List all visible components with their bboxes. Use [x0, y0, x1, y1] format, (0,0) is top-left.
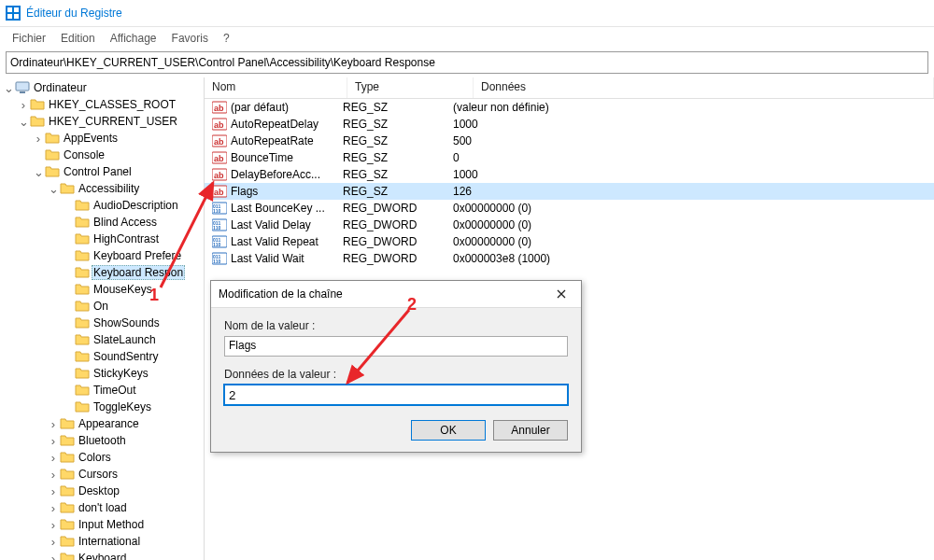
tree-item-label: Keyboard Prefere — [92, 249, 183, 262]
tree-item-label: TimeOut — [92, 384, 138, 397]
col-data[interactable]: Données — [474, 77, 934, 98]
value-row[interactable]: AutoRepeatRate REG_SZ 500 — [205, 133, 934, 149]
tree-acc-child[interactable]: On — [0, 298, 204, 315]
value-data: 500 — [453, 134, 934, 147]
chevron-right-icon[interactable]: › — [47, 418, 60, 430]
chevron-right-icon[interactable]: › — [47, 502, 60, 514]
tree-cp-child[interactable]: ›Desktop — [0, 483, 204, 499]
address-bar[interactable]: Ordinateur\HKEY_CURRENT_USER\Control Pan… — [6, 51, 928, 74]
tree-acc-child[interactable]: TimeOut — [0, 382, 204, 399]
close-icon[interactable] — [549, 285, 573, 303]
menu-fav[interactable]: Favoris — [165, 30, 215, 47]
value-row[interactable]: Flags REG_SZ 126 — [205, 183, 934, 200]
chevron-down-icon[interactable]: ⌄ — [17, 116, 30, 128]
menu-view[interactable]: Affichage — [104, 30, 163, 47]
chevron-right-icon[interactable]: › — [17, 99, 30, 111]
tree-cp-child[interactable]: ›Keyboard — [0, 550, 204, 560]
value-row[interactable]: BounceTime REG_SZ 0 — [205, 149, 934, 166]
tree-acc-child[interactable]: MouseKeys — [0, 281, 204, 298]
tree-acc-child[interactable]: Keyboard Respon — [0, 264, 204, 281]
tree-accessibility[interactable]: ⌄Accessibility — [0, 180, 204, 197]
value-row[interactable]: DelayBeforeAcc... REG_SZ 1000 — [205, 166, 934, 183]
chevron-right-icon[interactable]: › — [47, 485, 60, 497]
tree-cp-child[interactable]: ›Input Method — [0, 516, 204, 533]
chevron-right-icon[interactable]: › — [47, 519, 60, 531]
menu-help[interactable]: ? — [217, 30, 236, 47]
tree-item-label: AudioDescription — [92, 199, 180, 212]
tree-controlpanel[interactable]: ⌄Control Panel — [0, 163, 204, 180]
folder-icon — [75, 349, 90, 364]
folder-icon — [45, 147, 60, 162]
tree-acc-child[interactable]: SoundSentry — [0, 348, 204, 365]
tree-root[interactable]: ⌄Ordinateur — [0, 79, 204, 96]
value-name: Last Valid Repeat — [231, 235, 343, 248]
value-data-input[interactable] — [224, 385, 568, 405]
chevron-right-icon[interactable]: › — [47, 452, 60, 464]
tree-acc-child[interactable]: ShowSounds — [0, 315, 204, 331]
tree-cp-child[interactable]: ›Bluetooth — [0, 432, 204, 449]
tree-acc-child[interactable]: AudioDescription — [0, 197, 204, 214]
tree-acc-child[interactable]: ToggleKeys — [0, 399, 204, 415]
chevron-down-icon[interactable]: ⌄ — [32, 166, 45, 178]
string-icon — [212, 133, 227, 148]
registry-tree[interactable]: ⌄Ordinateur›HKEY_CLASSES_ROOT⌄HKEY_CURRE… — [0, 77, 205, 560]
value-type: REG_SZ — [343, 101, 453, 114]
col-type[interactable]: Type — [347, 77, 474, 98]
tree-item-label: Colors — [77, 451, 113, 464]
folder-icon — [75, 248, 90, 263]
cancel-button[interactable]: Annuler — [493, 420, 568, 441]
string-icon — [212, 167, 227, 182]
folder-icon — [60, 433, 75, 448]
value-name: DelayBeforeAcc... — [231, 168, 343, 181]
value-row[interactable]: Last Valid Repeat REG_DWORD 0x00000000 (… — [205, 233, 934, 250]
tree-item-label: On — [92, 300, 110, 313]
value-row[interactable]: AutoRepeatDelay REG_SZ 1000 — [205, 116, 934, 133]
tree-console[interactable]: Console — [0, 147, 204, 163]
value-type: REG_DWORD — [343, 202, 453, 215]
folder-icon — [75, 282, 90, 297]
tree-cp-child[interactable]: ›International — [0, 533, 204, 550]
chevron-down-icon[interactable]: ⌄ — [47, 183, 60, 195]
tree-acc-child[interactable]: Keyboard Prefere — [0, 247, 204, 264]
tree-cp-child[interactable]: ›Colors — [0, 449, 204, 466]
tree-hkcu[interactable]: ⌄HKEY_CURRENT_USER — [0, 113, 204, 130]
tree-acc-child[interactable]: SlateLaunch — [0, 331, 204, 348]
menu-file[interactable]: Fichier — [6, 30, 52, 47]
value-row[interactable]: Last BounceKey ... REG_DWORD 0x00000000 … — [205, 200, 934, 217]
tree-item-label: SlateLaunch — [92, 333, 158, 346]
value-type: REG_DWORD — [343, 218, 453, 231]
value-data: 0x00000000 (0) — [453, 235, 934, 248]
tree-cp-child[interactable]: ›Appearance — [0, 415, 204, 432]
tree-acc-child[interactable]: StickyKeys — [0, 365, 204, 382]
chevron-right-icon[interactable]: › — [47, 435, 60, 447]
string-icon — [212, 184, 227, 199]
chevron-right-icon[interactable]: › — [47, 536, 60, 548]
value-row[interactable]: (par défaut) REG_SZ (valeur non définie) — [205, 99, 934, 116]
folder-icon — [75, 399, 90, 414]
chevron-down-icon[interactable]: ⌄ — [2, 82, 15, 94]
tree-acc-child[interactable]: Blind Access — [0, 214, 204, 231]
value-type: REG_SZ — [343, 151, 453, 164]
tree-hkcr[interactable]: ›HKEY_CLASSES_ROOT — [0, 96, 204, 113]
tree-cp-child[interactable]: ›don't load — [0, 499, 204, 516]
tree-item-label: Control Panel — [62, 165, 134, 178]
chevron-right-icon[interactable]: › — [47, 553, 60, 561]
folder-icon — [60, 181, 75, 196]
folder-icon — [75, 198, 90, 213]
ok-button[interactable]: OK — [411, 420, 486, 441]
value-type: REG_DWORD — [343, 235, 453, 248]
value-name-field: Flags — [224, 336, 568, 357]
folder-icon — [75, 332, 90, 347]
menu-edit[interactable]: Edition — [54, 30, 102, 47]
folder-icon — [60, 551, 75, 560]
tree-cp-child[interactable]: ›Cursors — [0, 466, 204, 483]
tree-appevents[interactable]: ›AppEvents — [0, 130, 204, 147]
tree-item-label: Keyboard — [77, 552, 128, 560]
chevron-right-icon[interactable]: › — [32, 133, 45, 145]
value-row[interactable]: Last Valid Wait REG_DWORD 0x000003e8 (10… — [205, 250, 934, 267]
chevron-right-icon[interactable]: › — [47, 469, 60, 481]
folder-icon — [30, 97, 45, 112]
tree-acc-child[interactable]: HighContrast — [0, 231, 204, 247]
col-name[interactable]: Nom — [205, 77, 347, 98]
value-row[interactable]: Last Valid Delay REG_DWORD 0x00000000 (0… — [205, 217, 934, 233]
